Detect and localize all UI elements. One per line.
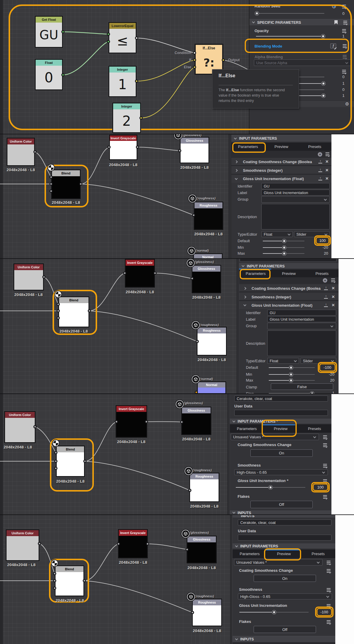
node-blend[interactable]: Blend (58, 296, 89, 327)
menu-icon[interactable] (325, 152, 330, 156)
output-cube-icon[interactable] (176, 400, 184, 408)
output-cube-icon[interactable] (185, 467, 193, 475)
blend-mode-icon[interactable] (55, 291, 61, 297)
panel-grip[interactable] (227, 394, 230, 514)
node-blend[interactable]: Blend (56, 445, 85, 477)
node-normal[interactable]: Normal (197, 381, 226, 393)
port-in[interactable] (188, 489, 192, 492)
port-out[interactable] (136, 146, 139, 149)
node-uniform-color[interactable]: Uniform Color (6, 529, 39, 561)
label-input[interactable]: Gloss Unit Incrementation (267, 316, 336, 322)
port-in-3[interactable] (50, 190, 53, 193)
smoothness-dropdown[interactable]: High-Gloss - 0.65 (238, 593, 332, 599)
menu-icon[interactable] (323, 435, 328, 439)
node-invert-grayscale[interactable]: Invert Grayscale (109, 135, 138, 160)
port-out-int2[interactable] (140, 116, 143, 120)
port-out[interactable] (154, 272, 157, 275)
add-parameter-icon[interactable]: + (323, 278, 327, 283)
step-handle[interactable] (310, 392, 314, 394)
node-integer-2[interactable]: Integer 2 (112, 103, 141, 133)
port-in[interactable] (178, 149, 181, 152)
label-input[interactable]: Gloss Unit Incrementation (261, 190, 330, 196)
output-cube-icon[interactable] (182, 530, 190, 538)
max-handle[interactable] (289, 379, 293, 382)
type-dropdown[interactable]: Float (261, 231, 293, 237)
port-in[interactable] (108, 146, 111, 149)
output-cube-icon[interactable] (188, 247, 196, 255)
inputs-header[interactable]: INPUTS (233, 636, 335, 643)
close-icon[interactable]: × (325, 177, 328, 181)
export-icon[interactable]: ↑ (318, 159, 322, 163)
node-roughness[interactable]: Roughness (197, 327, 227, 356)
export-icon[interactable]: ↑ (318, 168, 322, 172)
flakes-toggle-button[interactable]: Off (254, 626, 316, 633)
port-out[interactable] (34, 150, 37, 154)
tab-parameters[interactable]: Parameters (233, 552, 267, 556)
menu-icon[interactable] (323, 443, 328, 447)
node-invert-grayscale[interactable]: Invert Grayscale (116, 405, 147, 438)
port-in-3[interactable] (54, 467, 58, 470)
group-dropdown[interactable] (267, 323, 336, 329)
tab-presets[interactable]: Presets (301, 552, 335, 556)
port-in-2[interactable] (53, 579, 56, 582)
close-icon[interactable]: × (325, 168, 328, 172)
identifier-input[interactable]: GU (261, 183, 330, 189)
port-out[interactable] (34, 425, 37, 429)
tags-input[interactable]: Cerakote, clear, coat (234, 396, 328, 401)
port-in-1[interactable] (54, 451, 58, 454)
menu-icon[interactable] (327, 588, 331, 592)
coating-toggle-button[interactable]: On (254, 575, 316, 582)
input-remnant[interactable] (240, 258, 336, 262)
node-blend[interactable]: Blend (51, 169, 81, 199)
port-in-3[interactable] (57, 317, 60, 320)
min-handle[interactable] (289, 373, 293, 377)
port-out[interactable] (146, 542, 149, 546)
input-parameters-header[interactable]: INPUT PARAMETERS (239, 263, 339, 269)
node-uniform-color[interactable]: Uniform Color (4, 411, 36, 443)
menu-icon[interactable] (327, 560, 331, 565)
close-icon[interactable]: × (332, 295, 335, 299)
node-normal[interactable]: Normal (193, 253, 223, 258)
smoothness-dropdown[interactable]: High-Gloss - 0.65 (234, 469, 328, 475)
output-cube-icon[interactable] (192, 375, 200, 383)
port-in[interactable] (117, 542, 120, 546)
port-in[interactable] (186, 548, 189, 551)
tab-presets[interactable]: Presets (298, 144, 331, 149)
tab-preview[interactable]: Preview (265, 144, 298, 149)
port-in-1[interactable] (57, 303, 60, 306)
menu-icon[interactable] (323, 464, 328, 468)
node-blend[interactable]: Blend (55, 565, 84, 596)
node-glossiness[interactable]: Glossiness (187, 536, 217, 563)
gloss-unit-handle[interactable] (269, 486, 273, 489)
identifier-input[interactable]: GU (267, 310, 336, 316)
blend-mode-icon[interactable] (48, 165, 54, 171)
add-parameter-icon[interactable]: + (318, 152, 322, 157)
node-roughness[interactable]: Roughness (189, 473, 219, 502)
tab-presets[interactable]: Presets (298, 426, 331, 431)
port-drag[interactable] (195, 391, 198, 394)
tags-input[interactable]: Cerakote, clear, coat (238, 519, 331, 525)
user-data-input[interactable] (234, 410, 328, 416)
port-in-3[interactable] (53, 587, 56, 590)
port-in[interactable] (115, 420, 118, 423)
port-out[interactable] (79, 182, 83, 186)
port-out[interactable] (83, 579, 86, 582)
node-uniform-color[interactable]: Uniform Color (7, 138, 35, 166)
port-in[interactable] (180, 421, 184, 424)
node-roughness[interactable]: Roughness (194, 201, 223, 230)
node-glossiness[interactable]: Glossiness (180, 137, 209, 163)
panel-grip[interactable] (237, 259, 239, 393)
menu-icon[interactable] (331, 278, 336, 282)
description-textarea[interactable] (267, 330, 336, 356)
flakes-toggle-button[interactable]: Off (250, 501, 313, 508)
port-out[interactable] (42, 275, 46, 279)
step-slider[interactable] (269, 393, 315, 393)
coating-toggle-button[interactable]: On (250, 449, 313, 457)
export-icon[interactable]: ↑ (324, 286, 328, 290)
port-in-2[interactable] (50, 182, 53, 186)
node-glossiness[interactable]: Glossiness (181, 407, 211, 435)
tab-presets[interactable]: Presets (305, 271, 339, 276)
description-textarea[interactable] (261, 204, 330, 229)
node-glossiness[interactable]: Glossiness (192, 265, 221, 293)
blend-mode-icon[interactable] (52, 560, 58, 566)
